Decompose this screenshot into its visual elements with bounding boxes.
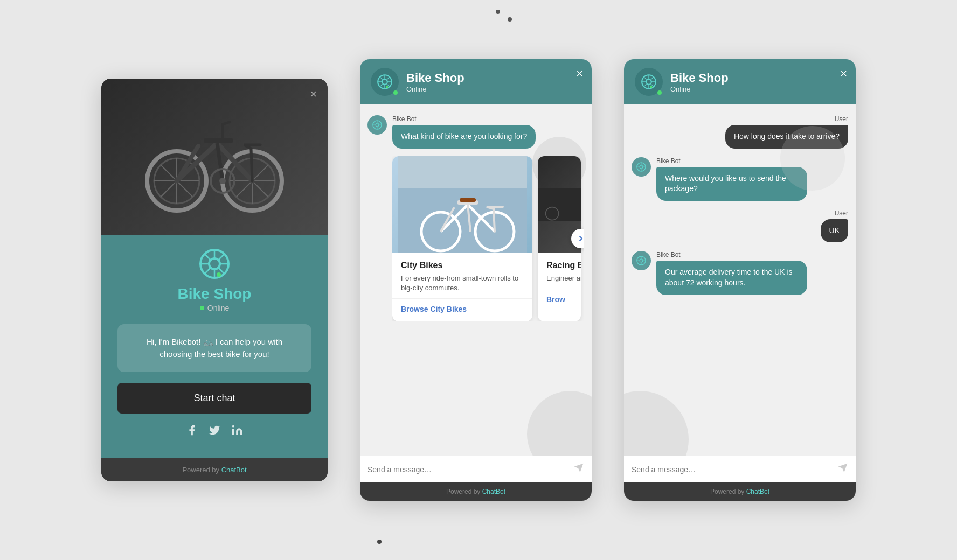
user-label-1: User	[835, 115, 848, 123]
header-title-2: Bike Shop	[406, 71, 581, 85]
svg-point-37	[386, 86, 388, 88]
bot-avatar-3-1	[632, 157, 651, 177]
blob-3-1	[624, 391, 689, 456]
user-message-2-row: User UK	[632, 209, 848, 243]
chat-header-2: Bike Shop Online ×	[360, 59, 592, 104]
send-button-2[interactable]	[573, 463, 584, 476]
bot-message-3: Our average delivery time to the UK is a…	[656, 261, 807, 295]
browse-racing-bikes-link[interactable]: Brow	[546, 295, 565, 304]
svg-line-35	[387, 76, 390, 79]
header-status-2: Online	[406, 85, 581, 93]
chat-body-3: User How long does it take to arrive? Bi…	[624, 104, 856, 456]
svg-line-23	[219, 254, 225, 260]
blob-3-2	[780, 126, 845, 191]
svg-line-61	[643, 84, 646, 87]
svg-line-21	[204, 254, 210, 260]
chatbot-link[interactable]: ChatBot	[221, 466, 247, 474]
svg-line-58	[643, 76, 646, 79]
svg-point-26	[232, 425, 234, 428]
bot-name: Bike Bot	[392, 115, 536, 123]
svg-point-62	[650, 86, 652, 88]
linkedin-icon[interactable]	[231, 424, 243, 439]
browse-city-bikes-link[interactable]: Browse City Bikes	[401, 305, 467, 313]
svg-line-60	[651, 76, 654, 79]
chat-footer-2	[360, 456, 592, 482]
blob-decoration	[527, 391, 592, 456]
wheel-logo	[198, 248, 231, 280]
header-avatar-3	[635, 68, 663, 96]
svg-line-24	[204, 268, 210, 274]
panel-chat-cards: Bike Shop Online × Bike Bot Wha	[360, 59, 592, 501]
bot-avatar-3-2	[632, 251, 651, 270]
svg-point-70	[640, 259, 643, 262]
close-button-2[interactable]: ×	[576, 67, 583, 81]
twitter-icon[interactable]	[209, 424, 220, 439]
close-button[interactable]: ×	[310, 88, 317, 100]
city-bike-desc: For every ride-from small-town rolls to …	[401, 274, 524, 293]
svg-point-39	[376, 123, 379, 127]
header-avatar-2	[371, 68, 399, 96]
user-label-2: User	[835, 209, 848, 217]
panel-welcome: ×	[101, 79, 328, 481]
svg-point-25	[217, 272, 221, 277]
racing-bike-title: Racing B	[546, 261, 581, 270]
bike-image	[123, 97, 306, 216]
header-status-3: Online	[670, 85, 845, 93]
status-dot	[200, 306, 204, 310]
message-input-2[interactable]	[367, 465, 573, 474]
city-bike-title: City Bikes	[401, 261, 524, 270]
city-bike-image	[392, 156, 532, 253]
chat-body-2: Bike Bot What kind of bike are you looki…	[360, 104, 592, 456]
chatbot-link-2[interactable]: ChatBot	[482, 488, 505, 495]
svg-point-16	[209, 258, 220, 269]
chat-footer-3	[624, 456, 856, 482]
svg-rect-12	[204, 138, 233, 143]
shop-name: Bike Shop	[178, 285, 252, 303]
svg-point-53	[646, 79, 651, 85]
svg-point-14	[219, 178, 226, 184]
status-dot-3	[657, 90, 662, 95]
hero-section: ×	[101, 79, 328, 235]
bot-message-3-row: Bike Bot Our average delivery time to th…	[632, 251, 848, 295]
powered-by-3: Powered by ChatBot	[624, 482, 856, 501]
facebook-icon[interactable]	[186, 424, 198, 439]
svg-rect-50	[538, 188, 581, 221]
panel-chat-conversation: Bike Shop Online × User How long does it…	[624, 59, 856, 501]
svg-line-33	[379, 76, 382, 79]
bot-name-3-2: Bike Bot	[656, 251, 807, 258]
social-links	[186, 424, 243, 439]
status-dot-2	[393, 90, 398, 95]
chatbot-link-3[interactable]: ChatBot	[746, 488, 769, 495]
city-bikes-card: City Bikes For every ride-from small-tow…	[392, 156, 532, 321]
svg-line-36	[379, 84, 382, 87]
card-carousel: City Bikes For every ride-from small-tow…	[392, 156, 584, 321]
message-input-3[interactable]	[632, 465, 837, 474]
svg-point-64	[640, 165, 643, 169]
welcome-message: Hi, I'm Bikebot! 🚲 I can help you with c…	[117, 324, 311, 372]
header-title-3: Bike Shop	[670, 71, 845, 85]
user-message-2: UK	[821, 219, 848, 243]
online-status: Online	[200, 304, 229, 312]
svg-point-28	[382, 79, 387, 85]
welcome-body: Bike Shop Online Hi, I'm Bikebot! 🚲 I ca…	[101, 235, 328, 458]
send-button-3[interactable]	[837, 463, 848, 476]
chat-header-3: Bike Shop Online ×	[624, 59, 856, 104]
svg-rect-49	[460, 198, 476, 202]
bot-message: What kind of bike are you looking for?	[392, 125, 536, 149]
powered-by-2: Powered by ChatBot	[360, 482, 592, 501]
close-button-3[interactable]: ×	[840, 67, 847, 81]
panel1-footer: Powered by ChatBot	[101, 458, 328, 481]
racing-bike-desc: Engineer and desc and spee	[546, 274, 581, 283]
start-chat-button[interactable]: Start chat	[117, 383, 311, 414]
bot-avatar	[367, 115, 387, 135]
